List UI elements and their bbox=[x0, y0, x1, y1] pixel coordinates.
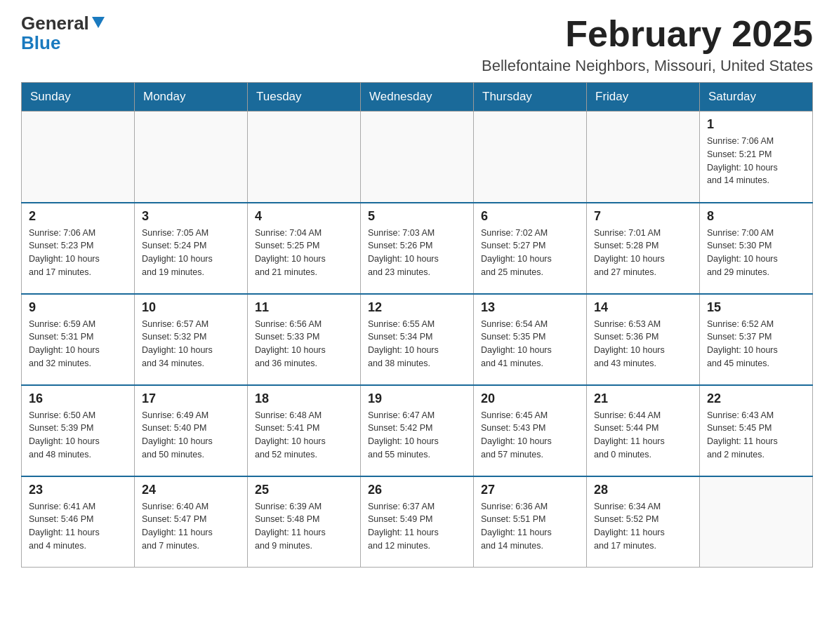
day-number: 26 bbox=[368, 483, 466, 497]
table-row: 18Sunrise: 6:48 AM Sunset: 5:41 PM Dayli… bbox=[248, 385, 361, 476]
logo-blue-text: Blue bbox=[21, 32, 60, 54]
day-info: Sunrise: 6:53 AM Sunset: 5:36 PM Dayligh… bbox=[594, 318, 692, 370]
day-number: 11 bbox=[255, 300, 353, 315]
day-info: Sunrise: 6:39 AM Sunset: 5:48 PM Dayligh… bbox=[255, 500, 353, 553]
calendar-week-row: 2Sunrise: 7:06 AM Sunset: 5:23 PM Daylig… bbox=[22, 203, 813, 294]
day-number: 5 bbox=[368, 209, 466, 224]
table-row bbox=[135, 112, 248, 203]
calendar-table: Sunday Monday Tuesday Wednesday Thursday… bbox=[21, 82, 813, 568]
day-number: 25 bbox=[255, 483, 353, 497]
table-row: 21Sunrise: 6:44 AM Sunset: 5:44 PM Dayli… bbox=[587, 385, 700, 476]
day-number: 17 bbox=[142, 391, 240, 406]
day-number: 13 bbox=[481, 300, 579, 315]
table-row: 23Sunrise: 6:41 AM Sunset: 5:46 PM Dayli… bbox=[22, 476, 135, 568]
weekday-header-row: Sunday Monday Tuesday Wednesday Thursday… bbox=[22, 83, 813, 112]
table-row: 17Sunrise: 6:49 AM Sunset: 5:40 PM Dayli… bbox=[135, 385, 248, 476]
day-info: Sunrise: 7:05 AM Sunset: 5:24 PM Dayligh… bbox=[142, 227, 240, 279]
day-number: 23 bbox=[29, 483, 127, 497]
day-info: Sunrise: 6:44 AM Sunset: 5:44 PM Dayligh… bbox=[594, 409, 692, 462]
day-info: Sunrise: 6:45 AM Sunset: 5:43 PM Dayligh… bbox=[481, 409, 579, 462]
table-row: 22Sunrise: 6:43 AM Sunset: 5:45 PM Dayli… bbox=[700, 385, 813, 476]
day-number: 2 bbox=[29, 209, 127, 224]
header-sunday: Sunday bbox=[22, 83, 135, 112]
table-row: 9Sunrise: 6:59 AM Sunset: 5:31 PM Daylig… bbox=[22, 294, 135, 385]
table-row bbox=[587, 112, 700, 203]
month-title: February 2025 bbox=[482, 14, 813, 54]
day-number: 19 bbox=[368, 391, 466, 406]
table-row: 5Sunrise: 7:03 AM Sunset: 5:26 PM Daylig… bbox=[361, 203, 474, 294]
day-info: Sunrise: 6:57 AM Sunset: 5:32 PM Dayligh… bbox=[142, 318, 240, 370]
day-info: Sunrise: 6:50 AM Sunset: 5:39 PM Dayligh… bbox=[29, 409, 127, 462]
svg-marker-0 bbox=[92, 17, 105, 28]
day-number: 9 bbox=[29, 300, 127, 315]
location-title: Bellefontaine Neighbors, Missouri, Unite… bbox=[482, 57, 813, 75]
day-info: Sunrise: 6:40 AM Sunset: 5:47 PM Dayligh… bbox=[142, 500, 240, 553]
table-row bbox=[248, 112, 361, 203]
day-number: 3 bbox=[142, 209, 240, 224]
header-friday: Friday bbox=[587, 83, 700, 112]
day-number: 18 bbox=[255, 391, 353, 406]
page-header: General Blue February 2025 Bellefontaine… bbox=[21, 14, 813, 75]
day-number: 10 bbox=[142, 300, 240, 315]
logo: General Blue bbox=[21, 14, 106, 54]
day-info: Sunrise: 6:48 AM Sunset: 5:41 PM Dayligh… bbox=[255, 409, 353, 462]
table-row: 10Sunrise: 6:57 AM Sunset: 5:32 PM Dayli… bbox=[135, 294, 248, 385]
table-row: 11Sunrise: 6:56 AM Sunset: 5:33 PM Dayli… bbox=[248, 294, 361, 385]
day-info: Sunrise: 7:01 AM Sunset: 5:28 PM Dayligh… bbox=[594, 227, 692, 279]
day-number: 14 bbox=[594, 300, 692, 315]
day-number: 7 bbox=[594, 209, 692, 224]
day-number: 1 bbox=[707, 117, 805, 132]
day-number: 27 bbox=[481, 483, 579, 497]
table-row: 20Sunrise: 6:45 AM Sunset: 5:43 PM Dayli… bbox=[474, 385, 587, 476]
table-row: 12Sunrise: 6:55 AM Sunset: 5:34 PM Dayli… bbox=[361, 294, 474, 385]
day-info: Sunrise: 6:37 AM Sunset: 5:49 PM Dayligh… bbox=[368, 500, 466, 553]
table-row: 28Sunrise: 6:34 AM Sunset: 5:52 PM Dayli… bbox=[587, 476, 700, 568]
day-number: 6 bbox=[481, 209, 579, 224]
calendar-title-area: February 2025 Bellefontaine Neighbors, M… bbox=[482, 14, 813, 75]
day-info: Sunrise: 7:06 AM Sunset: 5:23 PM Dayligh… bbox=[29, 227, 127, 279]
day-info: Sunrise: 6:52 AM Sunset: 5:37 PM Dayligh… bbox=[707, 318, 805, 370]
table-row: 14Sunrise: 6:53 AM Sunset: 5:36 PM Dayli… bbox=[587, 294, 700, 385]
table-row: 13Sunrise: 6:54 AM Sunset: 5:35 PM Dayli… bbox=[474, 294, 587, 385]
table-row: 6Sunrise: 7:02 AM Sunset: 5:27 PM Daylig… bbox=[474, 203, 587, 294]
calendar-week-row: 16Sunrise: 6:50 AM Sunset: 5:39 PM Dayli… bbox=[22, 385, 813, 476]
day-info: Sunrise: 6:49 AM Sunset: 5:40 PM Dayligh… bbox=[142, 409, 240, 462]
table-row: 26Sunrise: 6:37 AM Sunset: 5:49 PM Dayli… bbox=[361, 476, 474, 568]
table-row: 25Sunrise: 6:39 AM Sunset: 5:48 PM Dayli… bbox=[248, 476, 361, 568]
day-info: Sunrise: 7:03 AM Sunset: 5:26 PM Dayligh… bbox=[368, 227, 466, 279]
header-thursday: Thursday bbox=[474, 83, 587, 112]
day-info: Sunrise: 7:04 AM Sunset: 5:25 PM Dayligh… bbox=[255, 227, 353, 279]
day-number: 22 bbox=[707, 391, 805, 406]
day-number: 12 bbox=[368, 300, 466, 315]
table-row bbox=[361, 112, 474, 203]
day-number: 8 bbox=[707, 209, 805, 224]
day-number: 21 bbox=[594, 391, 692, 406]
table-row: 1Sunrise: 7:06 AM Sunset: 5:21 PM Daylig… bbox=[700, 112, 813, 203]
day-number: 28 bbox=[594, 483, 692, 497]
calendar-week-row: 9Sunrise: 6:59 AM Sunset: 5:31 PM Daylig… bbox=[22, 294, 813, 385]
calendar-week-row: 1Sunrise: 7:06 AM Sunset: 5:21 PM Daylig… bbox=[22, 112, 813, 203]
day-info: Sunrise: 7:06 AM Sunset: 5:21 PM Dayligh… bbox=[707, 135, 805, 187]
day-info: Sunrise: 7:00 AM Sunset: 5:30 PM Dayligh… bbox=[707, 227, 805, 279]
day-info: Sunrise: 6:34 AM Sunset: 5:52 PM Dayligh… bbox=[594, 500, 692, 553]
header-wednesday: Wednesday bbox=[361, 83, 474, 112]
day-number: 24 bbox=[142, 483, 240, 497]
table-row: 2Sunrise: 7:06 AM Sunset: 5:23 PM Daylig… bbox=[22, 203, 135, 294]
day-number: 16 bbox=[29, 391, 127, 406]
day-number: 20 bbox=[481, 391, 579, 406]
day-info: Sunrise: 6:47 AM Sunset: 5:42 PM Dayligh… bbox=[368, 409, 466, 462]
table-row: 24Sunrise: 6:40 AM Sunset: 5:47 PM Dayli… bbox=[135, 476, 248, 568]
table-row: 8Sunrise: 7:00 AM Sunset: 5:30 PM Daylig… bbox=[700, 203, 813, 294]
day-info: Sunrise: 6:43 AM Sunset: 5:45 PM Dayligh… bbox=[707, 409, 805, 462]
table-row: 19Sunrise: 6:47 AM Sunset: 5:42 PM Dayli… bbox=[361, 385, 474, 476]
header-saturday: Saturday bbox=[700, 83, 813, 112]
day-number: 4 bbox=[255, 209, 353, 224]
day-info: Sunrise: 6:56 AM Sunset: 5:33 PM Dayligh… bbox=[255, 318, 353, 370]
header-monday: Monday bbox=[135, 83, 248, 112]
calendar-week-row: 23Sunrise: 6:41 AM Sunset: 5:46 PM Dayli… bbox=[22, 476, 813, 568]
table-row: 16Sunrise: 6:50 AM Sunset: 5:39 PM Dayli… bbox=[22, 385, 135, 476]
table-row: 15Sunrise: 6:52 AM Sunset: 5:37 PM Dayli… bbox=[700, 294, 813, 385]
logo-triangle-icon bbox=[91, 14, 106, 29]
table-row: 4Sunrise: 7:04 AM Sunset: 5:25 PM Daylig… bbox=[248, 203, 361, 294]
logo-general-text: General bbox=[21, 14, 89, 32]
